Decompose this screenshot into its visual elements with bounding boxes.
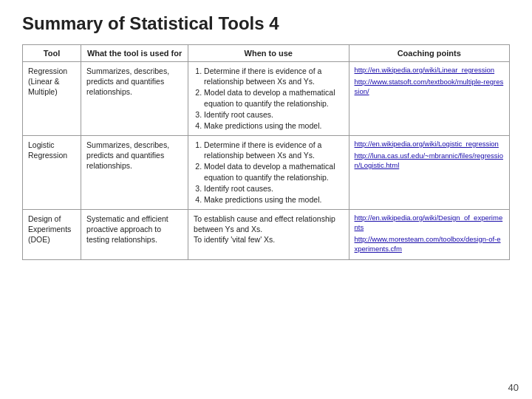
coaching-link-4[interactable]: http://luna.cas.usf.edu/~mbrannic/files/… [355,151,504,171]
header-coaching: Coaching points [349,45,509,62]
table-row: Regression(Linear & Multiple) Summarizes… [23,62,510,136]
header-when: When to use [188,45,349,62]
tool-what: Summarizes, describes, predicts and quan… [81,136,188,210]
coaching-link-3[interactable]: http://en.wikipedia.org/wiki/Logistic_re… [355,140,504,149]
tool-when: Determine if there is evidence of a rela… [188,136,349,210]
tool-coaching: http://en.wikipedia.org/wiki/Linear_regr… [349,62,509,136]
table-row: LogisticRegression Summarizes, describes… [23,136,510,210]
coaching-link-5[interactable]: http://en.wikipedia.org/wiki/Design_of_e… [355,214,504,233]
tool-what: Systematic and efficient proactive appro… [81,210,188,260]
coaching-link-6[interactable]: http://www.moresteam.com/toolbox/design-… [355,235,504,254]
tool-when: To establish cause and effect relationsh… [188,210,349,260]
page-number: 40 [508,382,519,393]
tool-coaching: http://en.wikipedia.org/wiki/Design_of_e… [349,210,509,260]
table-row: Design of Experiments (DOE) Systematic a… [23,210,510,260]
tool-what: Summarizes, describes, predicts and quan… [81,62,188,136]
coaching-link-2[interactable]: http://www.statsoft.com/textbook/multipl… [355,78,504,97]
summary-table: Tool What the tool is used for When to u… [22,44,510,260]
tool-when: Determine if there is evidence of a rela… [188,62,349,136]
header-tool: Tool [23,45,81,62]
coaching-link-1[interactable]: http://en.wikipedia.org/wiki/Linear_regr… [355,66,504,75]
tool-coaching: http://en.wikipedia.org/wiki/Logistic_re… [349,136,509,210]
page-title: Summary of Statistical Tools 4 [22,13,510,34]
page: Summary of Statistical Tools 4 Tool What… [0,0,532,399]
tool-name: LogisticRegression [23,136,81,210]
tool-name: Design of Experiments (DOE) [23,210,81,260]
tool-name: Regression(Linear & Multiple) [23,62,81,136]
header-what: What the tool is used for [81,45,188,62]
